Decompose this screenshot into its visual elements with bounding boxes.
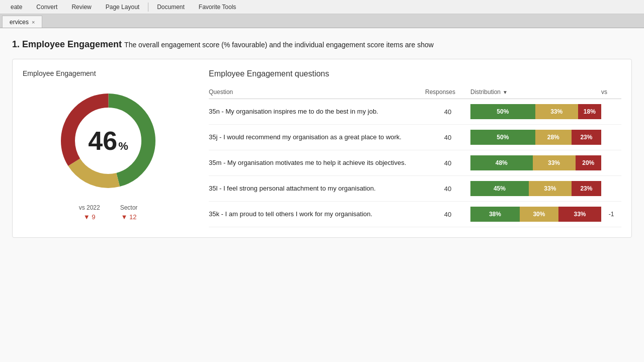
th-question: Question (209, 88, 425, 96)
table-row: 35k - I am proud to tell others I work f… (209, 202, 621, 227)
dist-bar-green: 38% (470, 207, 520, 222)
donut-area: 46% vs 2022 ▼ 9 Sector ▼ 12 (23, 85, 194, 221)
vs-sector-value: ▼ 12 (121, 213, 137, 221)
dist-bar-red: 18% (578, 104, 601, 119)
vs-sector-item: Sector ▼ 12 (120, 204, 138, 221)
menu-review[interactable]: Review (65, 1, 98, 13)
donut-percentage: 46 (88, 126, 117, 156)
menu-document[interactable]: Document (150, 1, 191, 13)
donut-percent-symbol: % (118, 140, 128, 153)
menu-separator (148, 3, 148, 12)
menu-convert[interactable]: Convert (30, 1, 64, 13)
vs-row: vs 2022 ▼ 9 Sector ▼ 12 (79, 204, 138, 221)
table-row: 35n - My organisation inspires me to do … (209, 99, 621, 125)
dist-bar-red: 23% (572, 181, 601, 196)
dist-bar-green: 48% (470, 155, 533, 170)
dist-bar-yellow: 33% (533, 155, 576, 170)
table-row: 35l - I feel strong personal attachment … (209, 176, 621, 202)
row-responses-4: 40 (425, 211, 470, 218)
left-panel: Employee Engagement 46 (23, 69, 194, 227)
donut-center-value: 46% (88, 126, 128, 156)
left-panel-title: Employee Engagement (23, 69, 96, 77)
tab-label: ervices (10, 19, 29, 26)
right-panel: Employee Engagement questions Question R… (209, 69, 621, 227)
section-header: 1. Employee Engagement The overall engag… (12, 38, 632, 51)
th-extra: vs (601, 88, 621, 96)
dist-bar-green: 45% (470, 181, 529, 196)
th-distribution[interactable]: Distribution ▼ (470, 88, 601, 96)
menu-page-layout[interactable]: Page Layout (99, 1, 146, 13)
row-question-4: 35k - I am proud to tell others I work f… (209, 210, 425, 219)
dist-bar-yellow: 33% (535, 104, 578, 119)
th-responses: Responses (425, 88, 470, 96)
row-question-3: 35l - I feel strong personal attachment … (209, 184, 425, 193)
row-responses-0: 40 (425, 108, 470, 116)
vs-sector-label: Sector (120, 204, 138, 211)
dist-bar-yellow: 33% (529, 181, 572, 196)
row-responses-1: 40 (425, 134, 470, 141)
dist-bar-red: 23% (572, 130, 601, 145)
vs-2022-item: vs 2022 ▼ 9 (79, 204, 100, 221)
donut-chart: 46% (53, 85, 164, 196)
table-body: 35n - My organisation inspires me to do … (209, 99, 621, 227)
row-distribution-4: 38%30%33% (470, 207, 601, 222)
menu-eate[interactable]: eate (4, 1, 29, 13)
dist-bar-yellow: 28% (535, 130, 572, 145)
row-question-0: 35n - My organisation inspires me to do … (209, 107, 425, 116)
vs-2022-value: ▼ 9 (84, 213, 96, 221)
tab-bar: ervices × (0, 14, 644, 28)
row-distribution-2: 48%33%20% (470, 155, 601, 170)
questions-title: Employee Engagement questions (209, 69, 621, 78)
vs-2022-label: vs 2022 (79, 204, 100, 211)
tab-close-button[interactable]: × (32, 19, 35, 25)
row-distribution-1: 50%28%23% (470, 130, 601, 145)
section-header-normal: The overall engagement score (% favourab… (124, 41, 434, 49)
table-row: 35j - I would recommend my organisation … (209, 125, 621, 150)
row-extra-4: -1 (601, 211, 621, 218)
section-header-bold: 1. Employee Engagement (12, 39, 122, 49)
th-distribution-label: Distribution (470, 88, 501, 96)
card-container: Employee Engagement 46 (12, 59, 632, 238)
tab-services[interactable]: ervices × (2, 16, 42, 28)
dist-bar-red: 20% (576, 155, 601, 170)
menu-bar: eate Convert Review Page Layout Document… (0, 0, 644, 14)
main-content: 1. Employee Engagement The overall engag… (0, 28, 644, 362)
dist-bar-red: 33% (558, 207, 601, 222)
row-distribution-3: 45%33%23% (470, 181, 601, 196)
dist-bar-green: 50% (470, 130, 535, 145)
dist-bar-green: 50% (470, 104, 535, 119)
row-responses-2: 40 (425, 159, 470, 167)
menu-favorite-tools[interactable]: Favorite Tools (192, 1, 243, 13)
row-question-1: 35j - I would recommend my organisation … (209, 133, 425, 142)
table-row: 35m - My organisation motivates me to he… (209, 150, 621, 176)
row-responses-3: 40 (425, 185, 470, 193)
distribution-sort-icon: ▼ (503, 89, 508, 95)
row-question-2: 35m - My organisation motivates me to he… (209, 158, 425, 167)
table-header: Question Responses Distribution ▼ vs (209, 85, 621, 99)
row-distribution-0: 50%33%18% (470, 104, 601, 119)
dist-bar-yellow: 30% (520, 207, 558, 222)
